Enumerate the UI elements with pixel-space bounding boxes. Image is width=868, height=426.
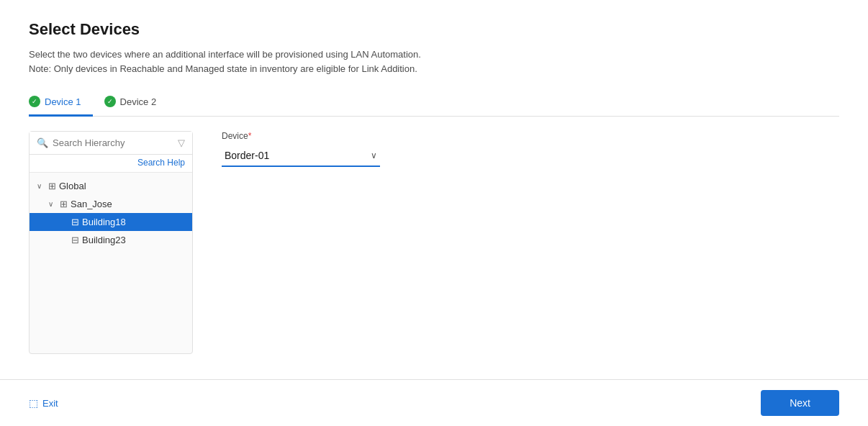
footer: ⬚ Exit Next [0,379,868,426]
page-title: Select Devices [29,20,839,39]
tree-item-san-jose[interactable]: ∨ ⊞ San_Jose [30,195,192,213]
hierarchy-icon: ⊞ [60,199,68,209]
tree-item-building18-label: Building18 [82,217,126,227]
device1-check-icon: ✓ [29,96,40,107]
tab-device1[interactable]: ✓ Device 1 [29,90,93,117]
tree-item-san-jose-label: San_Jose [71,199,112,209]
tree-item-global[interactable]: ∨ ⊞ Global [30,177,192,195]
tree-item-building23-label: Building23 [82,235,126,245]
search-icon: 🔍 [37,137,48,148]
tab-device2-label: Device 2 [120,96,157,107]
tree-item-building18[interactable]: ⊟ Building18 [30,213,192,231]
device-selector: Device* Border-01 ∨ [222,131,380,167]
exit-label: Exit [42,398,58,409]
device-field-label: Device* [222,131,380,141]
exit-button[interactable]: ⬚ Exit [29,397,58,409]
chevron-down-icon: ∨ [37,182,45,190]
building-icon: ⊟ [71,217,79,227]
exit-icon: ⬚ [29,397,38,409]
search-bar: 🔍 ▽ [30,132,192,155]
filter-icon[interactable]: ▽ [178,137,185,148]
search-help-link[interactable]: Search Help [30,155,192,173]
page-description: Select the two devices where an addition… [29,47,839,76]
hierarchy-panel: 🔍 ▽ Search Help ∨ ⊞ Global ∨ ⊞ San_Jose [29,131,193,354]
search-input[interactable] [53,137,173,148]
hierarchy-tree: ∨ ⊞ Global ∨ ⊞ San_Jose ⊟ Building18 [30,173,192,253]
hierarchy-icon: ⊞ [48,181,56,191]
tree-item-building23[interactable]: ⊟ Building23 [30,231,192,249]
tree-item-global-label: Global [59,181,86,191]
device-dropdown[interactable]: Border-01 ∨ [222,145,380,167]
next-button[interactable]: Next [761,390,839,416]
tab-device2[interactable]: ✓ Device 2 [104,90,168,117]
chevron-down-icon: ∨ [48,200,57,208]
device2-check-icon: ✓ [104,96,116,107]
tab-device1-label: Device 1 [45,96,81,107]
building-icon: ⊟ [71,235,79,245]
content-area: 🔍 ▽ Search Help ∨ ⊞ Global ∨ ⊞ San_Jose [29,131,839,354]
tabs-container: ✓ Device 1 ✓ Device 2 [29,90,839,117]
required-star: * [248,131,252,141]
chevron-down-icon: ∨ [371,150,377,160]
device-selected-value: Border-01 [225,150,269,161]
